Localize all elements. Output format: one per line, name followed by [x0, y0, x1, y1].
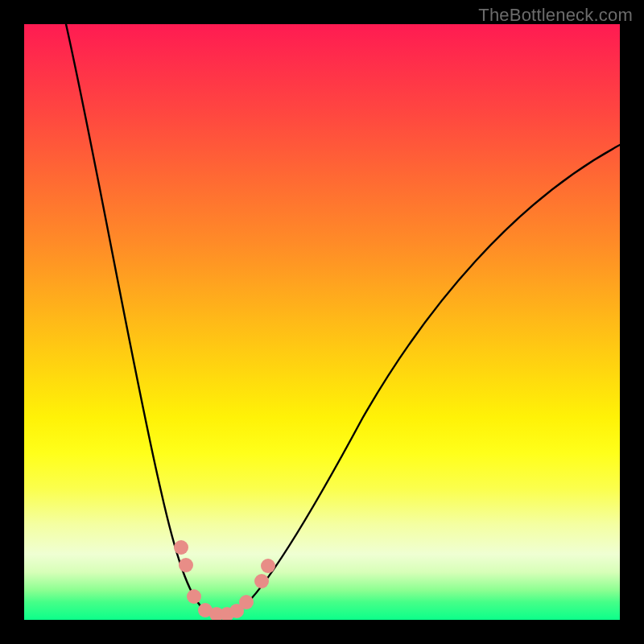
marker-dot: [239, 595, 254, 609]
marker-dot: [174, 540, 188, 555]
plot-area: [24, 24, 620, 620]
watermark-text: TheBottleneck.com: [478, 5, 633, 26]
chart-frame: TheBottleneck.com: [0, 0, 644, 644]
left-curve: [66, 24, 203, 609]
data-markers: [174, 540, 275, 620]
marker-dot: [187, 589, 201, 604]
right-curve: [242, 145, 620, 609]
marker-dot: [261, 559, 275, 573]
marker-dot: [179, 558, 193, 572]
curve-layer: [24, 24, 620, 620]
marker-dot: [254, 574, 269, 588]
